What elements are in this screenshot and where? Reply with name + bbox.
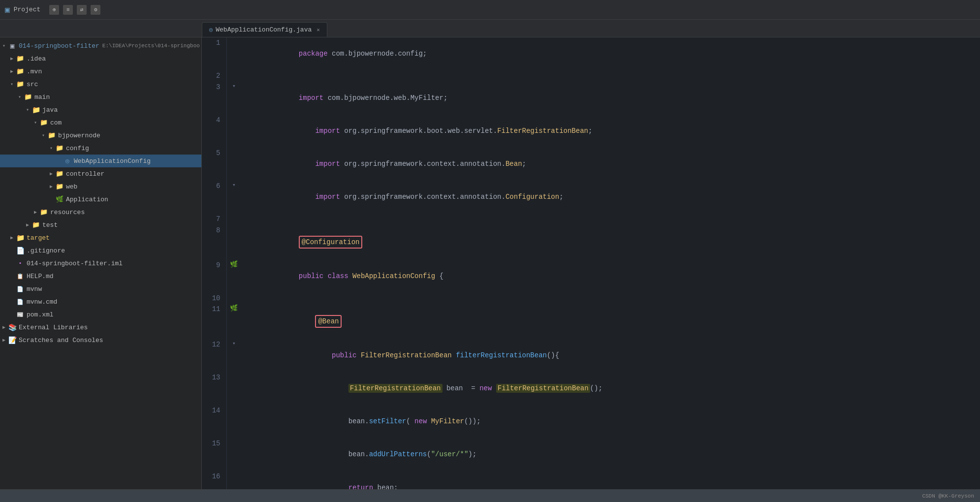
tree-item-config[interactable]: ▾ 📁 config — [0, 142, 201, 155]
code-content-2 — [241, 70, 980, 81]
code-line-15: 15 bean.addUrlPatterns("/user/*"); — [202, 438, 980, 471]
label-mvnw: mvnw — [27, 285, 42, 293]
highlight-frb-1: FilterRegistrationBean — [348, 384, 443, 393]
tree-item-mvn[interactable]: ▶ 📁 .mvn — [0, 65, 201, 78]
title-btn-1[interactable]: ⊕ — [49, 5, 59, 15]
spring-icon-application: 🌿 — [55, 195, 64, 203]
code-content-10 — [241, 293, 980, 304]
code-line-14: 14 bean.setFilter( new MyFilter()); — [202, 405, 980, 438]
tree-item-mvnwcmd[interactable]: 📄 mvnw.cmd — [0, 295, 201, 308]
collapse-icon-3[interactable]: ▾ — [232, 83, 236, 89]
tree-item-webappconfig[interactable]: ◎ WebApplicationConfig — [0, 155, 201, 167]
code-content-7 — [241, 214, 980, 224]
file-icon-webappconfig: ◎ — [63, 157, 72, 165]
line-num-9: 9 — [202, 260, 226, 293]
arrow-main: ▾ — [16, 94, 24, 100]
line-num-8: 8 — [202, 225, 226, 260]
label-main: main — [34, 94, 50, 101]
tab-bar: ◎ WebApplicationConfig.java ✕ — [0, 20, 980, 37]
code-editor[interactable]: 1 package com.bjpowernode.config; 2 3 ▾ — [202, 37, 980, 489]
arrow-idea: ▶ — [8, 56, 16, 62]
folder-icon-target: 📁 — [16, 234, 25, 242]
tree-item-controller[interactable]: ▶ 📁 controller — [0, 167, 201, 180]
tree-item-extlibs[interactable]: ▶ 📚 External Libraries — [0, 321, 201, 334]
settings-btn[interactable]: ⚙ — [91, 5, 100, 15]
line-num-5: 5 — [202, 148, 226, 181]
title-btn-3[interactable]: ⇄ — [77, 5, 87, 15]
arrow-web: ▶ — [47, 184, 55, 189]
collapse-icon-6[interactable]: ▾ — [232, 182, 236, 188]
tab-file-icon: ◎ — [209, 26, 213, 33]
line-icon-3: ▾ — [226, 82, 241, 115]
tree-item-com[interactable]: ▾ 📁 com — [0, 116, 201, 129]
file-icon-helpmd: 📋 — [16, 273, 25, 280]
label-gitignore: .gitignore — [27, 247, 65, 254]
project-icon: ▣ — [5, 5, 10, 15]
folder-icon-web: 📁 — [55, 183, 64, 190]
tree-item-bjpowernode[interactable]: ▾ 📁 bjpowernode — [0, 129, 201, 142]
tree-item-idea[interactable]: ▶ 📁 .idea — [0, 52, 201, 65]
file-icon-iml: ▪ — [16, 260, 25, 266]
title-bar-left: ▣ Project ⊕ ≡ ⇄ ⚙ — [5, 5, 207, 15]
arrow-controller: ▶ — [47, 171, 55, 177]
tree-item-pomxml[interactable]: 📰 pom.xml — [0, 308, 201, 321]
arrow-test: ▶ — [24, 222, 32, 228]
tree-item-application[interactable]: 🌿 Application — [0, 193, 201, 206]
line-num-6: 6 — [202, 181, 226, 214]
code-content-8: @Configuration — [241, 225, 980, 260]
arrow-extlibs: ▶ — [0, 324, 8, 330]
spring-icon-line11: 🌿 — [230, 305, 238, 312]
folder-icon-src: 📁 — [16, 80, 25, 88]
title-btn-2[interactable]: ≡ — [63, 5, 73, 15]
credit-label: CSDN @KK-Greyson — [922, 493, 974, 499]
code-line-3: 3 ▾ import com.bjpowernode.web.MyFilter; — [202, 82, 980, 115]
bean-annotation-box: @Bean — [315, 315, 342, 328]
line-icon-12: ▾ — [226, 339, 241, 372]
line-num-12: 12 — [202, 339, 226, 372]
tree-item-root[interactable]: ▾ ▣ 014-springboot-filter E:\IDEA\Projec… — [0, 39, 201, 52]
tree-item-target[interactable]: ▶ 📁 target — [0, 231, 201, 244]
arrow-bjpowernode: ▾ — [39, 132, 47, 138]
tree-item-test[interactable]: ▶ 📁 test — [0, 219, 201, 231]
code-content-4: import org.springframework.boot.web.serv… — [241, 115, 980, 148]
tree-item-mvnw[interactable]: 📄 mvnw — [0, 282, 201, 295]
label-web: web — [66, 183, 77, 190]
label-resources: resources — [50, 209, 85, 216]
label-webappconfig: WebApplicationConfig — [74, 157, 151, 165]
folder-icon-mvn: 📁 — [16, 67, 25, 75]
code-line-2: 2 — [202, 70, 980, 81]
tree-item-resources[interactable]: ▶ 📁 resources — [0, 206, 201, 219]
label-helpmd: HELP.md — [27, 273, 54, 280]
arrow-root: ▾ — [0, 43, 8, 49]
line-num-15: 15 — [202, 438, 226, 471]
code-content-14: bean.setFilter( new MyFilter()); — [241, 405, 980, 438]
tree-item-iml[interactable]: ▪ 014-springboot-filter.iml — [0, 257, 201, 270]
file-icon-mvnwcmd: 📄 — [16, 299, 25, 305]
folder-icon-bjpowernode: 📁 — [47, 131, 56, 139]
arrow-resources: ▶ — [32, 209, 39, 215]
project-tree[interactable]: ▾ ▣ 014-springboot-filter E:\IDEA\Projec… — [0, 37, 202, 489]
tree-item-helpmd[interactable]: 📋 HELP.md — [0, 270, 201, 282]
code-line-10: 10 — [202, 293, 980, 304]
code-line-9: 9 🌿 public class WebApplicationConfig { — [202, 260, 980, 293]
tab-close-btn[interactable]: ✕ — [316, 27, 320, 33]
label-pomxml: pom.xml — [27, 311, 54, 318]
code-content-6: import org.springframework.context.annot… — [241, 181, 980, 214]
code-content-3: import com.bjpowernode.web.MyFilter; — [241, 82, 980, 115]
line-num-3: 3 — [202, 82, 226, 115]
line-num-4: 4 — [202, 115, 226, 148]
label-root-path: E:\IDEA\Projects\014-springboo — [102, 43, 200, 49]
line-num-1: 1 — [202, 37, 226, 70]
tree-item-scratches[interactable]: ▶ 📝 Scratches and Consoles — [0, 334, 201, 346]
tree-item-src[interactable]: ▾ 📁 src — [0, 78, 201, 91]
tree-item-main[interactable]: ▾ 📁 main — [0, 91, 201, 103]
line-icon-2 — [226, 70, 241, 81]
tree-item-gitignore[interactable]: 📄 .gitignore — [0, 244, 201, 257]
code-content-5: import org.springframework.context.annot… — [241, 148, 980, 181]
collapse-icon-12[interactable]: ▾ — [232, 341, 236, 346]
file-tab[interactable]: ◎ WebApplicationConfig.java ✕ — [202, 22, 327, 37]
tree-item-web[interactable]: ▶ 📁 web — [0, 180, 201, 193]
line-icon-1 — [226, 37, 241, 70]
tree-item-java[interactable]: ▾ 📁 java — [0, 103, 201, 116]
line-icon-6: ▾ — [226, 181, 241, 214]
